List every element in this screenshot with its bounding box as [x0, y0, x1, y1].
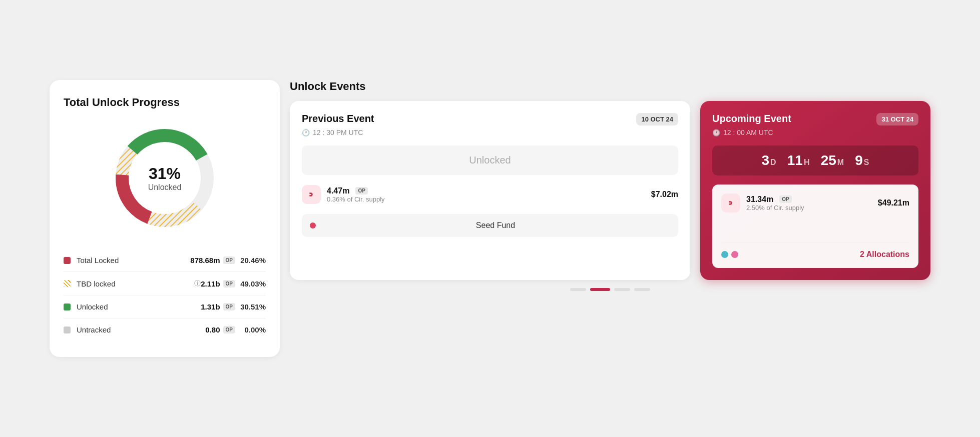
page-dot-1[interactable] — [570, 288, 586, 291]
info-icon[interactable]: ⓘ — [194, 279, 201, 288]
upcoming-event-header: Upcoming Event 31 OCT 24 — [712, 113, 918, 126]
legend-list: Total Locked 878.68m OP 20.46% TBD locke… — [64, 249, 266, 341]
page-dot-4[interactable] — [634, 288, 650, 291]
op-badge-unlocked: OP — [223, 303, 235, 310]
op-badge-tbd: OP — [223, 280, 235, 288]
upcoming-token-info: 31.34m OP 2.50% of Cir. supply — [746, 195, 872, 212]
countdown-seconds-unit: S — [864, 158, 869, 167]
unlock-events-title: Unlock Events — [290, 80, 930, 93]
legend-value-unlocked: 1.31b — [201, 302, 220, 311]
previous-token-usd: $7.02m — [651, 190, 678, 199]
legend-pct-untracked: 0.00% — [238, 326, 266, 334]
legend-dot-tbd — [64, 280, 71, 287]
alloc-dot-pink — [731, 251, 738, 258]
upcoming-token-sub: 2.50% of Cir. supply — [746, 204, 872, 212]
legend-dot-untracked — [64, 326, 71, 334]
legend-dot-locked — [64, 257, 71, 264]
countdown-days-num: 3 — [762, 152, 770, 168]
previous-event-date: 10 OCT 24 — [636, 113, 678, 126]
upcoming-token-usd: $49.21m — [878, 198, 909, 208]
countdown-minutes-unit: M — [837, 158, 844, 167]
clock-icon: 🕐 — [302, 129, 310, 136]
legend-value-untracked: 0.80 — [205, 326, 220, 334]
countdown-bar: 3 D 11 H 25 M 9 — [712, 146, 918, 176]
upcoming-event-date: 31 OCT 24 — [876, 113, 918, 126]
legend-value-tbd: 2.11b — [201, 280, 220, 288]
countdown-hours-num: 11 — [787, 152, 803, 168]
alloc-dot-blue — [721, 251, 728, 258]
previous-event-time-text: 12 : 30 PM UTC — [313, 128, 363, 136]
alloc-count: 2 Allocations — [860, 250, 909, 259]
donut-percent: 31% — [148, 164, 182, 183]
alloc-dots — [721, 251, 738, 258]
upcoming-event-card: Upcoming Event 31 OCT 24 🕐 12 : 00 AM UT… — [700, 101, 930, 280]
countdown-hours-unit: H — [804, 158, 810, 167]
legend-item-untracked: Untracked 0.80 OP 0.00% — [64, 318, 266, 341]
upcoming-alloc-footer: 2 Allocations — [721, 242, 909, 259]
upcoming-token-icon — [721, 194, 740, 212]
op-badge-locked: OP — [223, 256, 235, 264]
previous-allocation-row: Seed Fund — [302, 214, 678, 237]
upcoming-token-amount-row: 31.34m OP — [746, 195, 872, 204]
events-row: Previous Event 10 OCT 24 🕐 12 : 30 PM UT… — [290, 101, 930, 280]
main-container: Total Unlock Progress 31% — [50, 80, 930, 357]
upcoming-op-badge: OP — [779, 196, 791, 203]
upcoming-event-title: Upcoming Event — [712, 113, 791, 124]
upcoming-clock-icon: 🕐 — [712, 129, 720, 136]
op-badge-untracked: OP — [223, 326, 235, 334]
op-logo-icon — [306, 189, 317, 200]
unlocked-status-button: Unlocked — [302, 146, 678, 175]
previous-token-amount: 4.47m — [327, 186, 349, 196]
donut-label: Unlocked — [148, 183, 182, 192]
legend-item-locked: Total Locked 878.68m OP 20.46% — [64, 249, 266, 272]
countdown-seconds: 9 S — [855, 152, 869, 168]
left-card: Total Unlock Progress 31% — [50, 80, 280, 357]
countdown-seconds-num: 9 — [855, 152, 863, 168]
legend-pct-unlocked: 30.51% — [238, 302, 266, 311]
legend-label-locked: Total Locked — [77, 256, 190, 264]
previous-token-info: 4.47m OP 0.36% of Cir. supply — [327, 186, 645, 203]
countdown-hours: 11 H — [787, 152, 810, 168]
donut-center: 31% Unlocked — [148, 164, 182, 192]
countdown-days: 3 D — [762, 152, 776, 168]
pagination — [290, 288, 930, 291]
legend-label-tbd: TBD locked — [77, 280, 191, 288]
legend-item-unlocked: Unlocked 1.31b OP 30.51% — [64, 296, 266, 318]
page-dot-2[interactable] — [590, 288, 610, 291]
legend-label-untracked: Untracked — [77, 326, 205, 334]
upcoming-event-time: 🕐 12 : 00 AM UTC — [712, 128, 918, 136]
previous-token-icon — [302, 185, 321, 204]
countdown-minutes-num: 25 — [821, 152, 836, 168]
countdown-sep-3 — [848, 154, 851, 167]
countdown-sep-2 — [814, 154, 817, 167]
legend-pct-locked: 20.46% — [238, 256, 266, 264]
previous-event-card: Previous Event 10 OCT 24 🕐 12 : 30 PM UT… — [290, 101, 690, 280]
legend-pct-tbd: 49.03% — [238, 280, 266, 288]
upcoming-token-amount: 31.34m — [746, 195, 773, 204]
previous-event-title: Previous Event — [302, 113, 374, 124]
countdown-sep-1 — [780, 154, 783, 167]
previous-token-row: 4.47m OP 0.36% of Cir. supply $7.02m — [302, 185, 678, 204]
previous-op-badge: OP — [355, 187, 367, 194]
legend-item-tbd: TBD locked ⓘ 2.11b OP 49.03% — [64, 272, 266, 296]
upcoming-inner-card: 31.34m OP 2.50% of Cir. supply $49.21m — [712, 184, 918, 268]
previous-token-sub: 0.36% of Cir. supply — [327, 196, 645, 203]
countdown-minutes: 25 M — [821, 152, 844, 168]
allocation-dot — [310, 222, 316, 228]
allocation-label: Seed Fund — [321, 221, 670, 230]
middle-section: Unlock Events Previous Event 10 OCT 24 🕐… — [290, 80, 930, 357]
previous-event-time: 🕐 12 : 30 PM UTC — [302, 128, 678, 136]
legend-dot-unlocked — [64, 304, 71, 310]
left-card-title: Total Unlock Progress — [64, 96, 266, 109]
legend-value-locked: 878.68m — [190, 256, 220, 264]
donut-container: 31% Unlocked — [64, 123, 266, 233]
previous-token-amount-row: 4.47m OP — [327, 186, 645, 196]
previous-event-header: Previous Event 10 OCT 24 — [302, 113, 678, 126]
upcoming-event-time-text: 12 : 00 AM UTC — [723, 128, 773, 136]
upcoming-token-row: 31.34m OP 2.50% of Cir. supply $49.21m — [721, 194, 909, 212]
page-dot-3[interactable] — [614, 288, 630, 291]
legend-label-unlocked: Unlocked — [77, 302, 201, 311]
countdown-days-unit: D — [770, 158, 776, 167]
upcoming-op-logo-icon — [725, 198, 736, 208]
